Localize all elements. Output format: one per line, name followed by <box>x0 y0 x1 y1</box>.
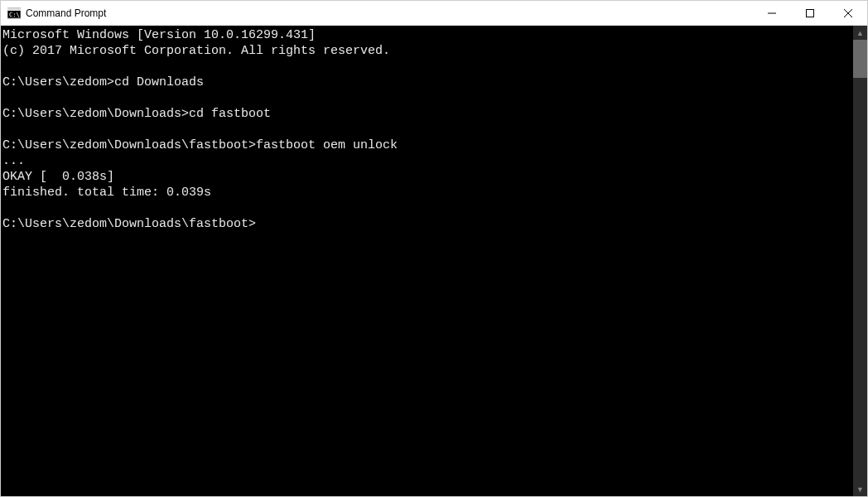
scrollbar-thumb[interactable] <box>853 40 867 78</box>
maximize-button[interactable] <box>791 1 829 25</box>
minimize-button[interactable] <box>753 1 791 25</box>
window-controls <box>753 1 867 25</box>
terminal-container: Microsoft Windows [Version 10.0.16299.43… <box>1 26 867 496</box>
terminal-line: C:\Users\zedom\Downloads\fastboot> <box>2 216 853 232</box>
svg-rect-1 <box>7 8 21 11</box>
terminal-line <box>2 59 853 75</box>
titlebar[interactable]: C:\ Command Prompt <box>1 1 867 26</box>
svg-text:C:\: C:\ <box>9 12 20 18</box>
scroll-up-arrow[interactable]: ▲ <box>853 26 867 40</box>
vertical-scrollbar[interactable]: ▲ ▼ <box>853 26 867 496</box>
command-prompt-icon: C:\ <box>7 7 21 20</box>
terminal-line <box>2 200 853 216</box>
terminal-line: (c) 2017 Microsoft Corporation. All righ… <box>2 43 853 59</box>
terminal-line: C:\Users\zedom\Downloads>cd fastboot <box>2 106 853 122</box>
svg-rect-4 <box>807 9 814 17</box>
command-prompt-window: C:\ Command Prompt Microsoft Windows [Ve… <box>0 0 868 497</box>
terminal-line: C:\Users\zedom\Downloads\fastboot>fastbo… <box>2 138 853 153</box>
window-title: Command Prompt <box>26 7 753 19</box>
scroll-down-arrow[interactable]: ▼ <box>853 482 867 496</box>
terminal-output[interactable]: Microsoft Windows [Version 10.0.16299.43… <box>1 26 853 496</box>
terminal-line <box>2 122 853 138</box>
terminal-line: C:\Users\zedom>cd Downloads <box>2 75 853 90</box>
terminal-line: finished. total time: 0.039s <box>2 185 853 200</box>
close-button[interactable] <box>829 1 867 25</box>
terminal-line: OKAY [ 0.038s] <box>2 169 853 185</box>
terminal-line: ... <box>2 153 853 169</box>
terminal-line <box>2 90 853 106</box>
terminal-line: Microsoft Windows [Version 10.0.16299.43… <box>2 27 853 43</box>
